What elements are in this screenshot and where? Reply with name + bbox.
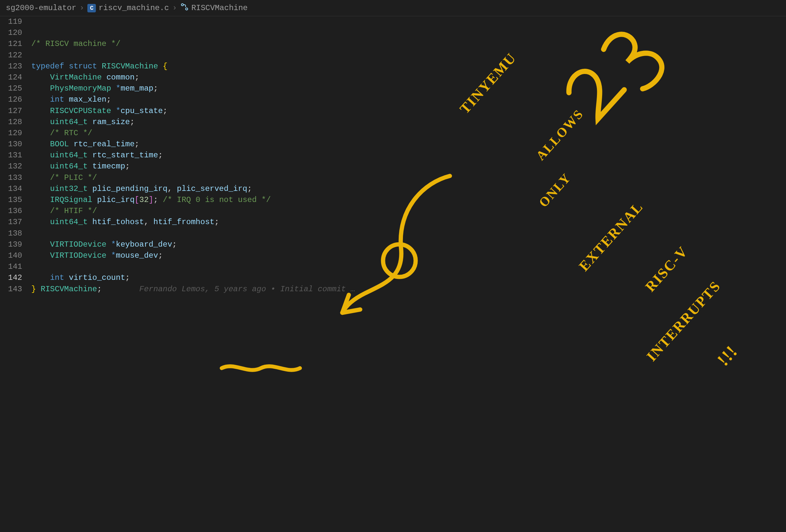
breadcrumb-folder[interactable]: sg2000-emulator	[6, 4, 76, 13]
code-line: /* RISCV machine */	[31, 40, 121, 48]
code-line: VIRTIODevice *keyboard_dev;	[31, 240, 177, 249]
code-editor[interactable]: 119 120 121 122 123 124 125 126 127 128 …	[0, 16, 786, 317]
code-line	[31, 296, 36, 305]
code-line	[31, 229, 36, 238]
code-content[interactable]: /* RISCV machine */ typedef struct RISCV…	[31, 16, 786, 317]
code-line: typedef struct RISCVMachine {	[31, 62, 167, 71]
breadcrumb-file[interactable]: C riscv_machine.c	[87, 4, 169, 13]
breadcrumb-symbol[interactable]: RISCVMachine	[180, 3, 248, 14]
code-line: VirtMachine common;	[31, 73, 139, 82]
code-line: uint64_t ram_size;	[31, 118, 135, 126]
code-line: PhysMemoryMap *mem_map;	[31, 84, 158, 93]
breadcrumb-folder-label: sg2000-emulator	[6, 4, 76, 13]
chevron-right-icon: ›	[172, 4, 177, 13]
code-line: uint64_t htif_tohost, htif_fromhost;	[31, 218, 219, 226]
line-number-gutter: 119 120 121 122 123 124 125 126 127 128 …	[0, 16, 31, 317]
code-line: uint32_t plic_pending_irq, plic_served_i…	[31, 185, 252, 193]
code-line: IRQSignal plic_irq[32]; /* IRQ 0 is not …	[31, 195, 271, 204]
code-line: uint64_t rtc_start_time;	[31, 151, 163, 160]
code-line	[31, 28, 36, 37]
c-file-icon: C	[87, 4, 96, 13]
code-line: /* HTIF */	[31, 207, 97, 215]
svg-point-1	[185, 8, 188, 10]
code-line: int max_xlen;	[31, 95, 111, 104]
code-line: BOOL rtc_real_time;	[31, 140, 139, 149]
code-line: uint64_t timecmp;	[31, 162, 130, 171]
chevron-right-icon: ›	[79, 4, 84, 13]
git-blame-inline: Fernando Lemos, 5 years ago • Initial co…	[139, 285, 355, 293]
struct-icon	[180, 3, 189, 14]
code-line: } RISCVMachine; Fernando Lemos, 5 years …	[31, 285, 355, 293]
code-line	[31, 51, 36, 59]
code-line: VIRTIODevice *mouse_dev;	[31, 251, 163, 260]
code-line: RISCVCPUState *cpu_state;	[31, 106, 167, 115]
code-line: int virtio_count;	[31, 273, 130, 282]
code-line	[31, 262, 36, 271]
breadcrumb-symbol-label: RISCVMachine	[191, 4, 248, 13]
breadcrumb-file-label: riscv_machine.c	[98, 4, 169, 13]
breadcrumb[interactable]: sg2000-emulator › C riscv_machine.c › RI…	[0, 0, 786, 16]
code-line: /* PLIC */	[31, 173, 97, 182]
annotation-word: !!!	[713, 341, 742, 370]
code-line: /* RTC */	[31, 129, 92, 138]
